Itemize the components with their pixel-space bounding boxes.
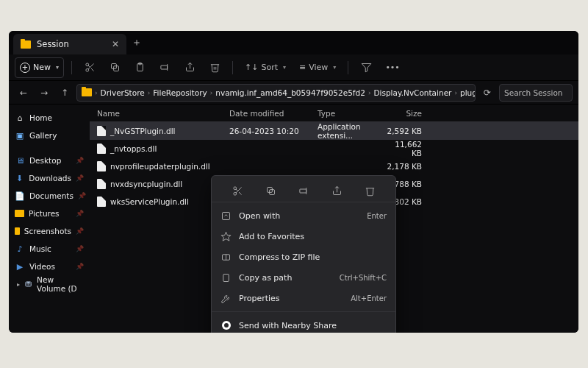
svg-point-13 bbox=[233, 187, 236, 190]
ctx-share[interactable] bbox=[326, 183, 347, 200]
forward-button[interactable]: → bbox=[35, 84, 53, 102]
new-tab-button[interactable]: ＋ bbox=[126, 31, 147, 54]
wrench-icon bbox=[220, 293, 232, 304]
new-button[interactable]: + New ▾ bbox=[15, 57, 64, 78]
trash-icon bbox=[365, 185, 376, 197]
ctx-compress-zip[interactable]: Compress to ZIP file bbox=[212, 247, 395, 267]
ctx-rename[interactable] bbox=[293, 183, 314, 200]
desktop-icon: 🖥 bbox=[15, 155, 25, 166]
separator bbox=[348, 61, 348, 74]
sidebar-gallery[interactable]: ▣Gallery bbox=[9, 127, 90, 144]
sidebar-music[interactable]: ♪Music📌 bbox=[9, 240, 90, 258]
svg-line-17 bbox=[236, 189, 237, 191]
label: Send with Nearby Share bbox=[239, 321, 337, 330]
svg-point-1 bbox=[85, 68, 88, 71]
file-row[interactable]: _NvGSTPlugin.dll 26-04-2023 10:20 Applic… bbox=[90, 122, 578, 140]
breadcrumb[interactable]: › DriverStore› FileRepository› nvamig.in… bbox=[76, 84, 476, 102]
context-menu: Open withEnter Add to Favorites Compress… bbox=[211, 175, 396, 333]
ctx-open-with[interactable]: Open withEnter bbox=[212, 205, 395, 226]
open-icon bbox=[220, 210, 232, 222]
pin-icon: 📌 bbox=[76, 210, 84, 217]
ctx-copy-path[interactable]: Copy as pathCtrl+Shift+C bbox=[212, 267, 395, 288]
sort-icon: ↑↓ bbox=[245, 63, 258, 72]
sidebar-screenshots[interactable]: Screenshots📌 bbox=[9, 222, 90, 240]
ctx-nearby-share[interactable]: Send with Nearby Share bbox=[212, 315, 395, 333]
ctx-add-favorites[interactable]: Add to Favorites bbox=[212, 226, 395, 247]
document-icon: 📄 bbox=[15, 191, 25, 201]
sidebar-videos[interactable]: ▶Videos📌 bbox=[9, 258, 90, 275]
paste-button[interactable] bbox=[129, 57, 150, 78]
copy-button[interactable] bbox=[104, 57, 125, 78]
crumb[interactable]: plugins bbox=[460, 88, 476, 97]
sort-button[interactable]: ↑↓ Sort ▾ bbox=[240, 57, 290, 78]
sidebar-pictures[interactable]: Pictures📌 bbox=[9, 205, 90, 222]
crumb[interactable]: DriverStore bbox=[101, 88, 145, 97]
label: Copy as path bbox=[239, 273, 292, 283]
ctx-cut[interactable] bbox=[227, 183, 248, 200]
col-date[interactable]: Date modified bbox=[229, 109, 318, 118]
more-button[interactable]: ••• bbox=[381, 57, 404, 78]
col-name[interactable]: Name bbox=[90, 109, 229, 118]
file-name: wksServicePlugin.dll bbox=[110, 197, 189, 206]
path-icon bbox=[220, 272, 232, 283]
filter-icon bbox=[361, 62, 372, 73]
file-type: Application extensi... bbox=[318, 122, 382, 140]
view-button[interactable]: ≡ View ▾ bbox=[295, 57, 340, 78]
file-size: 2,178 KB bbox=[382, 162, 434, 171]
search-input[interactable]: Search Session bbox=[499, 84, 573, 102]
column-headers: Name Date modified Type Size bbox=[90, 105, 578, 122]
file-row[interactable]: nvprofileupdaterplugin.dll 2,178 KB bbox=[90, 158, 578, 175]
close-tab-icon[interactable]: ✕ bbox=[112, 39, 119, 49]
sidebar-downloads[interactable]: ⬇Downloads📌 bbox=[9, 169, 90, 187]
delete-button[interactable] bbox=[204, 57, 225, 78]
svg-rect-27 bbox=[223, 274, 229, 281]
copy-icon bbox=[265, 185, 276, 197]
svg-point-0 bbox=[85, 63, 88, 66]
svg-marker-24 bbox=[221, 232, 231, 241]
share-button[interactable] bbox=[179, 57, 200, 78]
filter-button[interactable] bbox=[356, 57, 376, 78]
cut-button[interactable] bbox=[79, 57, 100, 78]
plus-icon: + bbox=[20, 63, 30, 73]
ctx-delete[interactable] bbox=[359, 183, 380, 200]
label: Videos bbox=[29, 262, 55, 271]
rename-button[interactable] bbox=[154, 57, 175, 78]
file-name: nvprofileupdaterplugin.dll bbox=[110, 162, 210, 171]
label: Home bbox=[29, 113, 52, 122]
up-button[interactable]: ↑ bbox=[56, 84, 74, 102]
sidebar-home[interactable]: ⌂Home bbox=[9, 109, 90, 127]
shortcut: Ctrl+Shift+C bbox=[340, 274, 387, 282]
svg-rect-20 bbox=[299, 189, 306, 193]
sidebar-documents[interactable]: 📄Documents📌 bbox=[9, 187, 90, 205]
shortcut: Enter bbox=[367, 212, 387, 220]
sidebar-drive[interactable]: ▸⛃New Volume (D bbox=[9, 275, 90, 293]
col-type[interactable]: Type bbox=[318, 109, 382, 118]
label: New Volume (D bbox=[37, 275, 84, 293]
address-bar-row: ← → ↑ › DriverStore› FileRepository› nva… bbox=[9, 81, 578, 105]
list-icon: ≡ bbox=[299, 63, 306, 72]
crumb[interactable]: FileRepository bbox=[153, 88, 207, 97]
folder-icon bbox=[15, 227, 20, 235]
back-button[interactable]: ← bbox=[15, 84, 32, 102]
folder-icon bbox=[15, 210, 24, 217]
separator bbox=[71, 61, 72, 74]
ctx-properties[interactable]: PropertiesAlt+Enter bbox=[212, 288, 395, 308]
file-row[interactable]: _nvtopps.dll 11,662 KB bbox=[90, 140, 578, 158]
gallery-icon: ▣ bbox=[15, 130, 25, 141]
file-icon bbox=[97, 197, 106, 207]
file-size: 2,592 KB bbox=[382, 127, 434, 135]
label: Documents bbox=[29, 191, 74, 200]
col-size[interactable]: Size bbox=[382, 109, 434, 118]
refresh-button[interactable]: ⟳ bbox=[478, 84, 496, 102]
download-icon: ⬇ bbox=[15, 173, 24, 183]
label: Downloads bbox=[29, 174, 71, 183]
sidebar-desktop[interactable]: 🖥Desktop📌 bbox=[9, 152, 90, 169]
pin-icon: 📌 bbox=[76, 245, 84, 252]
crumb[interactable]: nvamig.inf_amd64_b05947f9052e5fd2 bbox=[215, 88, 365, 97]
tab-session[interactable]: Session ✕ bbox=[13, 34, 126, 54]
ctx-copy[interactable] bbox=[260, 183, 281, 200]
chevron-right-icon: › bbox=[95, 89, 98, 96]
pin-icon: 📌 bbox=[76, 174, 84, 182]
chevron-right-icon[interactable]: ▸ bbox=[17, 281, 20, 288]
crumb[interactable]: Display.NvContainer bbox=[373, 88, 451, 97]
